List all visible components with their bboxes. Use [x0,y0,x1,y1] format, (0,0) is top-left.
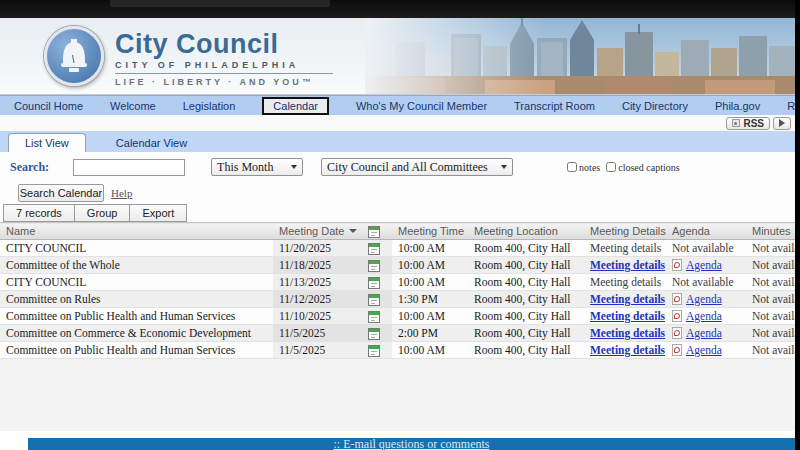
col-header-meeting-details[interactable]: Meeting Details [584,223,666,240]
add-to-calendar-icon[interactable] [368,277,380,289]
page: City Council CITY OF PHILADELPHIA LIFE ·… [0,18,795,450]
nav-item-calendar[interactable]: Calendar [262,97,329,115]
meeting-time-cell: 10:00 AM [392,240,468,257]
browser-chrome-bar [0,0,800,18]
calendar-icon [368,226,380,238]
agenda-link[interactable]: Agenda [686,310,722,322]
calendar-icon-cell [362,291,392,308]
nav-item-city-directory[interactable]: City Directory [622,100,688,112]
closed-captions-checkbox[interactable] [606,162,616,172]
meeting-details-cell: Meeting details [584,274,666,291]
meeting-date-cell: 11/18/2025 [273,257,362,274]
calendar-icon-cell [362,274,392,291]
closed-captions-checkbox-label: closed captions [618,162,679,173]
col-header-meeting-time[interactable]: Meeting Time [392,223,468,240]
rss-icon [732,119,740,127]
add-to-calendar-icon[interactable] [368,294,380,306]
help-link[interactable]: Help [111,187,132,199]
meeting-date-cell: 11/12/2025 [273,291,362,308]
results-toolbar: 7 records Group Export [0,203,795,222]
notes-checkbox[interactable] [567,162,577,172]
meeting-time-cell: 10:00 AM [392,342,468,359]
pdf-icon [672,293,682,305]
add-to-calendar-icon[interactable] [368,345,380,357]
records-count-button[interactable]: 7 records [4,205,75,221]
tab-list-view[interactable]: List View [8,133,86,152]
meeting-details-link[interactable]: Meeting details [590,344,665,356]
add-to-calendar-icon[interactable] [368,260,380,272]
meeting-details-cell: Meeting details [584,342,666,359]
group-button[interactable]: Group [75,205,131,221]
meeting-name-cell: CITY COUNCIL [0,240,273,257]
print-icon [779,119,785,127]
agenda-cell: Agenda [666,342,746,359]
meeting-location-cell: Room 400, City Hall [468,291,584,308]
agenda-link[interactable]: Agenda [686,344,722,356]
content-spacer [0,359,795,431]
search-button-row: Search Calendar Help [0,182,795,203]
nav-item-who-s-my-council-member[interactable]: Who's My Council Member [356,100,487,112]
export-button[interactable]: Export [130,205,186,221]
rss-bar: RSS [0,115,795,131]
toolbar-group: 7 records Group Export [3,204,187,222]
agenda-cell: Agenda [666,325,746,342]
col-header-meeting-date[interactable]: Meeting Date [273,223,362,240]
meeting-date-cell: 11/10/2025 [273,308,362,325]
committee-dropdown[interactable]: City Council and All Committees [321,158,513,176]
col-header-name[interactable]: Name [0,223,273,240]
tab-calendar-view[interactable]: Calendar View [100,134,203,152]
calendar-icon-cell [362,240,392,257]
brand-divider [115,73,333,74]
email-questions-link[interactable]: :: E-mail questions or comments [334,438,490,450]
notes-checkbox-item: notes [567,162,600,173]
add-to-calendar-icon[interactable] [368,243,380,255]
meeting-details-link[interactable]: Meeting details [590,259,665,271]
agenda-link[interactable]: Agenda [686,293,722,305]
search-label: Search: [10,160,49,175]
search-row: Search: This Month City Council and All … [0,152,795,182]
meeting-details-cell: Meeting details [584,325,666,342]
col-header-agenda[interactable]: Agenda [666,223,746,240]
meeting-time-cell: 1:30 PM [392,291,468,308]
nav-item-phila-gov[interactable]: Phila.gov [715,100,760,112]
meeting-row: CITY COUNCIL11/20/202510:00 AMRoom 400, … [0,240,795,257]
screen: City Council CITY OF PHILADELPHIA LIFE ·… [0,0,800,450]
main-nav: Council HomeWelcomeLegislationCalendarWh… [0,95,795,115]
footer-bar: :: E-mail questions or comments [28,438,795,450]
add-to-calendar-icon[interactable] [368,311,380,323]
print-button[interactable] [773,117,791,130]
col-header-meeting-location[interactable]: Meeting Location [468,223,584,240]
rss-button[interactable]: RSS [726,117,770,130]
meeting-row: Committee on Public Health and Human Ser… [0,342,795,359]
col-header-minutes[interactable]: Minutes [746,223,795,240]
search-calendar-button[interactable]: Search Calendar [18,184,104,202]
meeting-location-cell: Room 400, City Hall [468,342,584,359]
meeting-location-cell: Room 400, City Hall [468,325,584,342]
meeting-details-link[interactable]: Meeting details [590,310,665,322]
meeting-name-cell: Committee on Public Health and Human Ser… [0,342,273,359]
chevron-down-icon [501,165,507,169]
meeting-location-cell: Room 400, City Hall [468,240,584,257]
meeting-name-cell: CITY COUNCIL [0,274,273,291]
minutes-cell: Not available [746,308,795,325]
date-range-dropdown[interactable]: This Month [211,158,303,176]
search-input[interactable] [73,159,185,176]
meeting-details-link[interactable]: Meeting details [590,293,665,305]
calendar-icon-cell [362,325,392,342]
nav-item-welcome[interactable]: Welcome [110,100,156,112]
right-edge-strip [795,0,800,450]
meeting-details-link[interactable]: Meeting details [590,327,665,339]
site-tagline: LIFE · LIBERTY · AND YOU™ [115,77,333,87]
meeting-location-cell: Room 400, City Hall [468,308,584,325]
table-header-row: Name Meeting Date Meeting Time Meeting L… [0,223,795,240]
add-to-calendar-icon[interactable] [368,328,380,340]
meeting-name-cell: Committee on Rules [0,291,273,308]
meeting-date-cell: 11/20/2025 [273,240,362,257]
agenda-link[interactable]: Agenda [686,327,722,339]
agenda-link[interactable]: Agenda [686,259,722,271]
nav-item-legislation[interactable]: Legislation [183,100,236,112]
meeting-details-cell: Meeting details [584,240,666,257]
nav-item-council-home[interactable]: Council Home [14,100,83,112]
site-title: City Council [115,30,333,58]
nav-item-transcript-room[interactable]: Transcript Room [514,100,595,112]
